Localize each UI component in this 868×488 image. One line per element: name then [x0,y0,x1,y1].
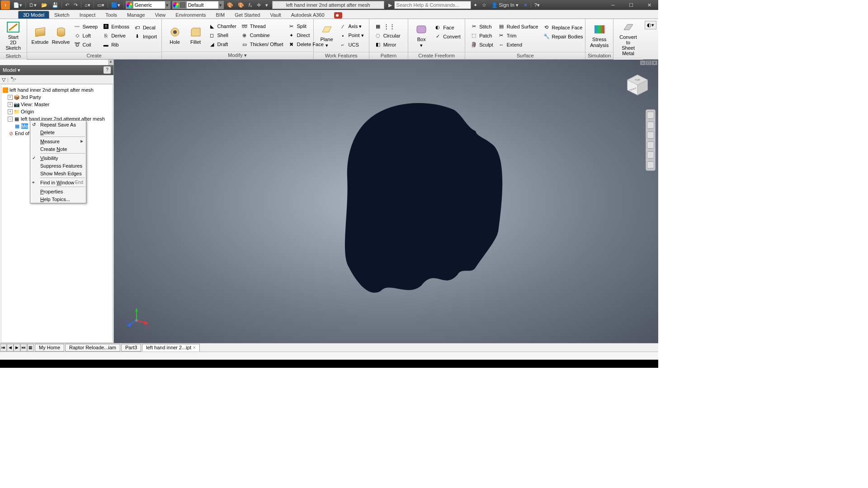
appearance-input[interactable] [133,1,165,9]
modify-chamfer-button[interactable]: ◣Chamfer [207,22,238,30]
app-logo[interactable]: I [1,0,10,9]
ribbon-tab-get-started[interactable]: Get Started [230,11,265,19]
nav-options-icon[interactable] [647,161,654,169]
modify-thread-button[interactable]: ➿Thread [240,22,285,30]
ribbon-options-button[interactable]: ◐▾ [645,21,656,29]
doc-tab[interactable]: My Home [35,344,64,352]
panel-title[interactable]: Modify ▾ [162,52,313,59]
ribbon-tab-tools[interactable]: Tools [100,11,122,19]
ribbon-tab-environments[interactable]: Environments [170,11,211,19]
qat-exchange[interactable]: ✕ [521,0,530,10]
qat-material-lib[interactable]: 🟦▾ [109,0,123,10]
create-decal-button[interactable]: 🏷Decal [132,23,158,32]
stress-analysis-button[interactable]: StressAnalysis [588,22,610,48]
viewcube[interactable]: TOP FRONT [625,72,650,98]
view-minimize[interactable]: – [640,61,646,65]
freeform-convert-button[interactable]: ✓Convert [433,33,462,41]
qat-save[interactable]: 💾 [50,0,61,10]
mesh-body[interactable] [322,96,512,295]
material-input[interactable] [187,1,218,9]
qat-undo[interactable]: ↶ [63,0,71,10]
modify-shell-button[interactable]: ◻Shell [207,31,238,39]
ribbon-tab-inspect[interactable]: Inspect [75,11,100,19]
qat-select[interactable]: ▭▾ [95,0,107,10]
nav-home-icon[interactable] [647,112,654,119]
surface-extend-button[interactable]: ↔Extend [496,41,540,49]
tree-root[interactable]: 🟧 left hand inner 2nd attempt after mesh [1,86,112,94]
qat-home[interactable]: ⌂▾ [82,0,93,10]
navigation-bar[interactable] [646,109,656,171]
nav-orbit-icon[interactable] [647,122,654,129]
start-2d-sketch-button[interactable]: Start2D Sketch [3,20,24,52]
qat-appearance-adjust[interactable]: 🎨 [236,0,246,10]
ctx-suppress-features[interactable]: Suppress Features [30,162,86,169]
nav-pan-icon[interactable] [647,131,654,139]
tree-node[interactable]: +📦3rd Party [1,94,112,101]
tree-node[interactable]: +📁Origin [1,108,112,115]
surface-patch-button[interactable]: ⬚Patch [469,32,495,40]
qat-keyshot[interactable]: ✦ [471,0,480,10]
nav-look-icon[interactable] [647,151,654,159]
expand-toggle[interactable]: − [8,117,13,122]
qat-more[interactable]: ▾ [263,0,270,10]
modify-combine-button[interactable]: ⊕Combine [240,31,285,39]
modify-thicken-offset-button[interactable]: ▭Thicken/ Offset [240,40,285,48]
surface-ruled-surface-button[interactable]: ▤Ruled Surface [496,23,540,31]
doc-tab-nav[interactable]: ⏮◀▶⏭▦ [0,344,34,352]
modify-draft-button[interactable]: ◢Draft [207,40,238,48]
material-combo[interactable]: ▾ [172,1,224,9]
workfeat-point--button[interactable]: •Point ▾ [338,32,365,40]
create-derive-button[interactable]: ⎘Derive [101,32,131,40]
qat-redo[interactable]: ↷ [71,0,80,10]
doc-tab[interactable]: left hand inner 2...ipt× [142,344,200,352]
browser-help-icon[interactable]: ? [104,66,111,74]
close-tab-icon[interactable]: × [193,344,196,351]
qat-file-menu[interactable]: 📄▾ [11,0,24,10]
ribbon-tab-sketch[interactable]: Sketch [49,11,75,19]
expand-toggle[interactable]: + [8,109,13,114]
create-coil-button[interactable]: ➰Coil [72,41,99,49]
ctx-delete[interactable]: Delete [30,128,86,136]
revolve-button[interactable]: Revolve [51,25,71,46]
create-import-button[interactable]: ⬇Import [132,33,158,41]
expand-toggle[interactable]: + [8,95,13,100]
create-sweep-button[interactable]: 〰Sweep [72,23,99,31]
create-rib-button[interactable]: ▬Rib [101,41,131,49]
signin-button[interactable]: 👤 Sign In ▾ [489,2,521,8]
help-search[interactable] [394,1,471,9]
browser-header[interactable]: Model ▾ ? [0,65,113,75]
qat-fx[interactable]: fₓ [246,0,255,10]
box-freeform-button[interactable]: Box▾ [411,22,432,48]
ctx-measure[interactable]: Measure▶ [30,137,86,145]
appearance-combo[interactable]: ▾ [126,1,170,9]
surface-trim-button[interactable]: ✂Trim [496,32,540,40]
surface-sculpt-button[interactable]: 🗿Sculpt [469,41,495,49]
create-emboss-button[interactable]: 🅰Emboss [101,23,131,31]
window-minimize[interactable]: ─ [604,0,622,10]
doc-tab[interactable]: Raptor Reloade...iam [65,344,120,352]
window-maximize[interactable]: ☐ [622,0,640,10]
ctx-properties[interactable]: Properties [30,188,86,195]
freeform-face-button[interactable]: ◐Face [433,23,462,32]
qat-snap[interactable]: ✛ [255,0,263,10]
ctx-create-note[interactable]: Create Note [30,145,86,153]
context-menu[interactable]: ↺Repeat Save AsDeleteMeasure▶Create Note… [30,120,86,203]
ribbon-tab-vault[interactable]: Vault [265,11,286,19]
window-close[interactable]: ✕ [640,0,658,10]
nav-zoom-icon[interactable] [647,141,654,149]
viewport-3d[interactable]: – □ × TOP FRONT x z [114,60,658,343]
ribbon-tab-autodesk-a360[interactable]: Autodesk A360 [286,11,330,19]
ctx-find-in-window[interactable]: ⌖Find in WindowEnd [30,178,86,186]
qat-open[interactable]: 📂 [39,0,50,10]
doc-tab[interactable]: Part3 [121,344,141,352]
convert-sheet-metal-button[interactable]: Convert toSheet Metal [616,20,640,57]
expand-toggle[interactable]: + [8,102,13,107]
filter-icon[interactable]: ▽ [2,77,5,83]
fillet-button[interactable]: Fillet [185,25,206,46]
qat-help[interactable]: ?▾ [532,0,542,10]
view-close[interactable]: × [652,61,657,65]
surface-stitch-button[interactable]: ✂Stitch [469,23,495,31]
qat-new[interactable]: 🗋▾ [27,0,39,10]
ctx-help-topics-[interactable]: Help Topics... [30,195,86,203]
rectangular-pattern-button[interactable]: ▦⋮⋮ [373,23,402,31]
